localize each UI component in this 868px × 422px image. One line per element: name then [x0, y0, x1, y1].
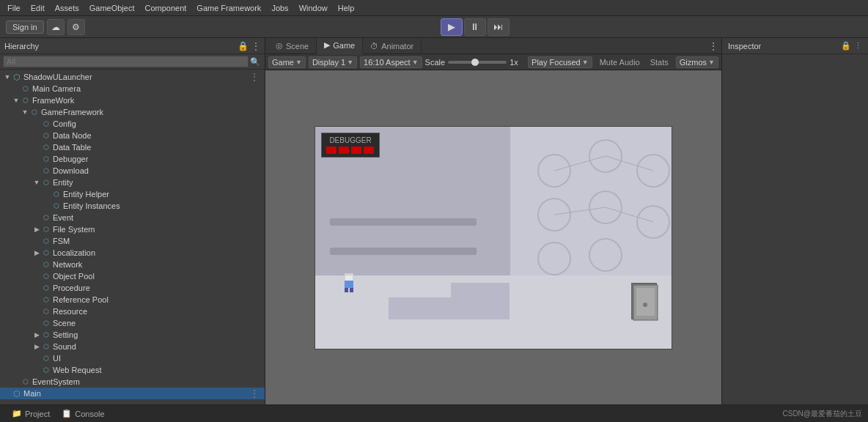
tab-game[interactable]: ▶ Game [317, 38, 363, 54]
svg-line-10 [554, 207, 606, 215]
project-label: Project [25, 410, 50, 418]
hierarchy-panel: Hierarchy 🔒 ⋮ 🔍 ▼ ShadowULauncher ⋮ [0, 38, 265, 404]
procedure-label: Procedure [53, 284, 90, 292]
tree-item-resource[interactable]: Resource [0, 306, 265, 317]
debugger-btn-4[interactable] [364, 147, 374, 154]
hierarchy-lock-icon[interactable]: 🔒 [238, 41, 249, 51]
menu-help[interactable]: Help [334, 2, 359, 14]
tree-item-network[interactable]: Network [0, 259, 265, 270]
svg-rect-18 [345, 288, 348, 292]
inspector-menu-icon[interactable]: ⋮ [854, 41, 862, 51]
fsm-icon [41, 236, 51, 246]
file-system-icon [41, 224, 51, 234]
tree-item-main-camera[interactable]: Main Camera [0, 83, 265, 95]
play-button[interactable]: ▶ [441, 18, 463, 36]
shadowulauncher-dots[interactable]: ⋮ [250, 72, 262, 82]
hierarchy-tree[interactable]: ▼ ShadowULauncher ⋮ Main Camera ▼ FrameW… [0, 70, 265, 404]
debugger-btn-3[interactable] [351, 147, 361, 154]
game-display-dropdown[interactable]: Game ▼ [268, 56, 306, 68]
menu-component[interactable]: Component [140, 2, 191, 14]
tree-item-web-request[interactable]: Web Request [0, 364, 265, 376]
tree-item-event[interactable]: Event [0, 212, 265, 223]
game-toolbar-right: Play Focused ▼ Mute Audio Stats Gizmos ▼ [528, 56, 718, 68]
menu-game-framework[interactable]: Game Framework [192, 2, 265, 14]
sign-in-button[interactable]: Sign in [6, 21, 44, 34]
debugger-btn-2[interactable] [339, 147, 349, 154]
game-mute-button[interactable]: Mute Audio [597, 57, 643, 67]
hierarchy-search-input[interactable] [3, 56, 249, 67]
inspector-lock-icon[interactable]: 🔒 [841, 41, 851, 51]
menu-bar: File Edit Assets GameObject Component Ga… [0, 0, 868, 16]
network-icon [41, 259, 51, 270]
step-button[interactable]: ⏭ [488, 18, 510, 36]
tabs-menu-button[interactable]: ⋮ [708, 40, 718, 52]
game-gizmos-dropdown[interactable]: Gizmos ▼ [676, 56, 718, 68]
tree-item-data-node[interactable]: Data Node [0, 130, 265, 141]
tree-item-ui[interactable]: UI [0, 352, 265, 364]
game-aspect-dropdown[interactable]: 16:10 Aspect ▼ [360, 56, 422, 68]
tree-item-reference-pool[interactable]: Reference Pool [0, 294, 265, 306]
pause-button[interactable]: ⏸ [464, 18, 486, 36]
tree-item-main[interactable]: Main ⋮ [0, 388, 265, 399]
menu-gameobject[interactable]: GameObject [85, 2, 139, 14]
cloud-icon-button[interactable]: ☁ [47, 19, 65, 35]
inspector-header: Inspector 🔒 ⋮ [722, 38, 868, 54]
menu-assets[interactable]: Assets [51, 2, 84, 14]
scene-tab-label: Scene [286, 42, 309, 51]
tree-item-eventsystem[interactable]: EventSystem [0, 376, 265, 388]
bottom-tab-console[interactable]: 📋 Console [56, 405, 110, 423]
hierarchy-search-bar: 🔍 [0, 54, 265, 70]
event-icon [41, 212, 51, 223]
tree-item-entity[interactable]: ▼ Entity [0, 177, 265, 188]
tree-item-procedure[interactable]: Procedure [0, 282, 265, 294]
tree-item-localization[interactable]: ▶ Localization [0, 247, 265, 259]
main-dots[interactable]: ⋮ [250, 388, 262, 399]
project-icon: 📁 [12, 409, 22, 418]
game-stats-button[interactable]: Stats [647, 57, 672, 67]
tree-item-download[interactable]: Download [0, 165, 265, 177]
tree-item-object-pool[interactable]: Object Pool [0, 270, 265, 282]
debugger-buttons [326, 147, 375, 154]
debugger-icon [41, 154, 51, 164]
search-icon-button[interactable]: ⚙ [67, 19, 85, 35]
tree-item-config[interactable]: Config [0, 118, 265, 130]
tree-item-sound[interactable]: ▶ Sound [0, 341, 265, 352]
tree-item-file-system[interactable]: ▶ File System [0, 223, 265, 235]
menu-file[interactable]: File [3, 2, 25, 14]
hierarchy-menu-icon[interactable]: ⋮ [251, 41, 260, 51]
game-scale-slider[interactable] [448, 61, 507, 64]
hierarchy-search-button[interactable]: 🔍 [249, 57, 262, 67]
hex-pattern-area [510, 127, 672, 288]
tree-item-shadowulauncher[interactable]: ▼ ShadowULauncher ⋮ [0, 71, 265, 83]
door [631, 283, 657, 319]
tree-arrow-entity: ▼ [32, 179, 41, 186]
tree-item-scene[interactable]: Scene [0, 317, 265, 329]
menu-edit[interactable]: Edit [26, 2, 49, 14]
tree-item-framework[interactable]: ▼ FrameWork [0, 95, 265, 106]
tree-item-debugger[interactable]: Debugger [0, 153, 265, 165]
config-label: Config [53, 119, 76, 128]
debugger-btn-1[interactable] [326, 147, 336, 154]
tree-item-setting[interactable]: ▶ Setting [0, 329, 265, 341]
menu-jobs[interactable]: Jobs [267, 2, 293, 14]
game-play-focused-dropdown[interactable]: Play Focused ▼ [528, 56, 592, 68]
inspector-title: Inspector [728, 42, 761, 51]
game-display-option-dropdown[interactable]: Display 1 ▼ [309, 56, 357, 68]
tab-animator[interactable]: ⏱ Animator [363, 38, 422, 54]
tree-item-fsm[interactable]: FSM [0, 235, 265, 247]
tab-scene[interactable]: ◎ Scene [268, 38, 317, 54]
tree-item-entity-instances[interactable]: Entity Instances [0, 200, 265, 212]
bottom-tab-project[interactable]: 📁 Project [6, 405, 56, 423]
tree-arrow-gameframework: ▼ [21, 108, 29, 116]
tree-arrow-shadowulauncher: ▼ [3, 73, 12, 81]
data-table-icon [41, 142, 51, 152]
tree-item-gameframework[interactable]: ▼ GameFramework [0, 106, 265, 118]
tree-item-data-table[interactable]: Data Table [0, 141, 265, 153]
main-camera-icon [21, 84, 31, 94]
menu-window[interactable]: Window [295, 2, 332, 14]
inspector-panel: Inspector 🔒 ⋮ [721, 38, 868, 404]
tree-item-entity-helper[interactable]: Entity Helper [0, 188, 265, 200]
platform-2 [330, 248, 477, 255]
framework-icon [21, 95, 31, 106]
data-table-label: Data Table [53, 143, 91, 152]
